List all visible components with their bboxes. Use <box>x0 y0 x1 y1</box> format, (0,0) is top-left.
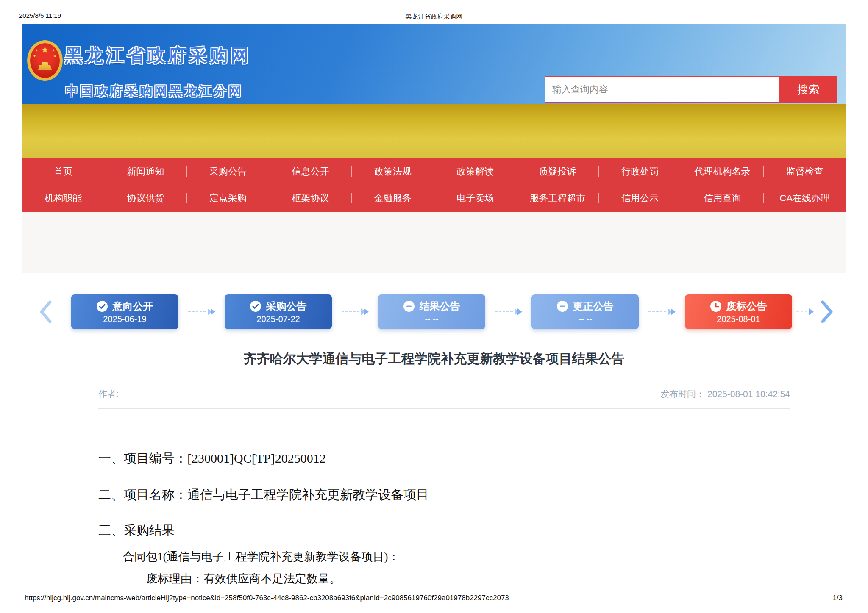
author-label: 作者: <box>98 388 119 400</box>
paragraph-result-heading: 三、采购结果 <box>98 522 175 539</box>
timeline-step-correction[interactable]: 更正公告 -- -- <box>531 294 639 329</box>
minus-icon <box>403 301 415 312</box>
arrow-connector <box>485 308 531 315</box>
star-icon: ★ <box>33 55 36 58</box>
star-icon: ★ <box>41 45 49 54</box>
star-icon: ★ <box>35 49 38 53</box>
nav-item-home[interactable]: 首页 <box>22 158 104 185</box>
star-icon: ★ <box>53 55 56 58</box>
print-page-title: 黑龙江省政府采购网 <box>0 13 868 21</box>
publish-time: 2025-08-01 10:42:54 <box>707 389 790 399</box>
page: 2025/8/5 11:19 黑龙江省政府采购网 ★ ★ ★ ★ ★ 黑龙江省政… <box>0 0 868 613</box>
paragraph-contract-package: 合同包1(通信与电子工程学院补充更新教学设备项目)： <box>123 549 399 564</box>
nav-item-service-mall[interactable]: 服务工程超市 <box>516 185 598 212</box>
nav-item-credit-publicity[interactable]: 信用公示 <box>599 185 681 212</box>
arrow-connector <box>792 308 818 315</box>
nav-row-1: 首页 新闻通知 采购公告 信息公开 政策法规 政策解读 质疑投诉 行政处罚 代理… <box>22 158 846 185</box>
site-title: 黑龙江省政府采购网 <box>64 44 251 67</box>
timeline-step-intent[interactable]: 意向公开 2025-06-19 <box>71 294 178 329</box>
national-emblem-logo: ★ ★ ★ ★ ★ <box>27 37 63 84</box>
arrow-connector <box>639 308 685 315</box>
arrow-connector <box>332 308 378 315</box>
timeline-step-result[interactable]: 结果公告 -- -- <box>378 294 485 329</box>
nav-item-admin-penalty[interactable]: 行政处罚 <box>599 158 681 185</box>
paragraph-project-number: 一、项目编号：[230001]QC[TP]20250012 <box>98 450 326 467</box>
nav-item-agreement-supply[interactable]: 协议供货 <box>104 185 186 212</box>
step-label: 结果公告 <box>420 300 460 313</box>
nav-item-e-market[interactable]: 电子卖场 <box>434 185 516 212</box>
site-subtitle: 中国政府采购网黑龙江分网 <box>65 83 243 100</box>
next-chevron-icon[interactable] <box>820 300 835 324</box>
nav-item-info-disclosure[interactable]: 信息公开 <box>269 158 351 185</box>
clock-icon <box>710 301 721 312</box>
process-timeline: 意向公开 2025-06-19 采购公告 2025-07-22 <box>22 291 846 332</box>
article-meta: 作者: 发布时间：2025-08-01 10:42:54 <box>98 388 790 400</box>
banner-field <box>22 104 846 158</box>
star-icon: ★ <box>52 49 55 53</box>
nav-item-finance-service[interactable]: 金融服务 <box>352 185 434 212</box>
article-title: 齐齐哈尔大学通信与电子工程学院补充更新教学设备项目结果公告 <box>0 350 868 368</box>
timeline-step-procurement[interactable]: 采购公告 2025-07-22 <box>225 294 332 329</box>
site-banner: ★ ★ ★ ★ ★ 黑龙江省政府采购网 中国政府采购网黑龙江分网 搜索 <box>22 24 846 158</box>
step-label: 废标公告 <box>726 300 767 313</box>
print-footer-page: 1/3 <box>832 594 843 602</box>
search-button[interactable]: 搜索 <box>780 76 837 103</box>
step-date: 2025-07-22 <box>256 314 300 324</box>
nav-item-news[interactable]: 新闻通知 <box>104 158 186 185</box>
nav-row-2: 机构职能 协议供货 定点采购 框架协议 金融服务 电子卖场 服务工程超市 信用公… <box>22 185 846 212</box>
step-label: 采购公告 <box>266 300 307 313</box>
minus-icon <box>557 301 568 312</box>
paragraph-project-name: 二、项目名称：通信与电子工程学院补充更新教学设备项目 <box>98 486 429 504</box>
nav-item-policy-interpretation[interactable]: 政策解读 <box>434 158 516 185</box>
search-input[interactable] <box>545 76 780 103</box>
nav-item-fixed-point[interactable]: 定点采购 <box>187 185 269 212</box>
check-icon <box>97 301 108 312</box>
nav-item-policy-law[interactable]: 政策法规 <box>352 158 434 185</box>
divider <box>98 408 790 411</box>
prev-chevron-icon[interactable] <box>38 300 53 324</box>
publish-label: 发布时间： <box>660 389 705 399</box>
nav-item-credit-query[interactable]: 信用查询 <box>681 185 763 212</box>
nav-item-ca-online[interactable]: CA在线办理 <box>764 185 846 212</box>
publish-info: 发布时间：2025-08-01 10:42:54 <box>658 388 790 400</box>
step-date: -- -- <box>578 314 592 324</box>
main-nav: 首页 新闻通知 采购公告 信息公开 政策法规 政策解读 质疑投诉 行政处罚 代理… <box>22 158 846 212</box>
content-band <box>22 212 846 273</box>
nav-item-procurement-notice[interactable]: 采购公告 <box>187 158 269 185</box>
timeline-step-rejection[interactable]: 废标公告 2025-08-01 <box>685 294 792 329</box>
nav-item-agency-directory[interactable]: 代理机构名录 <box>681 158 763 185</box>
paragraph-reject-reason: 废标理由：有效供应商不足法定数量。 <box>146 571 341 586</box>
nav-item-complaints[interactable]: 质疑投诉 <box>516 158 598 185</box>
nav-item-framework[interactable]: 框架协议 <box>269 185 351 212</box>
step-date: 2025-06-19 <box>103 314 146 324</box>
check-icon <box>250 301 261 312</box>
arrow-connector <box>178 308 225 315</box>
step-label: 意向公开 <box>113 300 153 313</box>
print-footer-url: https://hljcg.hlj.gov.cn/maincms-web/art… <box>25 594 509 602</box>
step-date: -- -- <box>425 314 438 324</box>
nav-item-supervision[interactable]: 监督检查 <box>764 158 846 185</box>
step-label: 更正公告 <box>573 300 614 313</box>
search-bar: 搜索 <box>545 76 837 103</box>
step-date: 2025-08-01 <box>717 314 760 324</box>
nav-item-functions[interactable]: 机构职能 <box>22 185 104 212</box>
